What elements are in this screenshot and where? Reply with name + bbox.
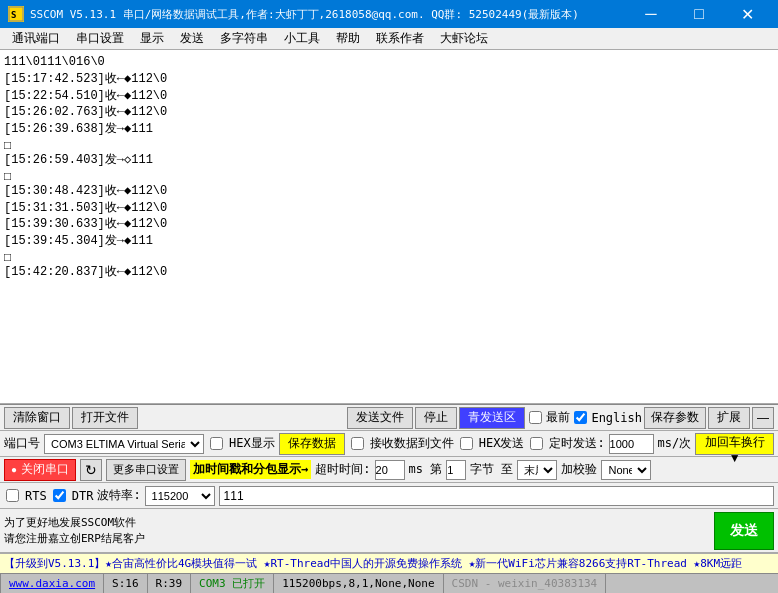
status-r-count: R:39 [148,574,192,593]
menu-display[interactable]: 显示 [132,28,172,49]
output-line: [15:17:42.523]收←◆112\0 [4,71,774,88]
output-line: [15:26:02.763]收←◆112\0 [4,104,774,121]
toolbar-row1: 清除窗口 打开文件 发送文件 停止 青发送区 最前 English 保存参数 扩… [0,405,778,431]
status-csdn: CSDN - weixin_40383134 [444,574,607,593]
menu-tools[interactable]: 小工具 [276,28,328,49]
output-line: [15:30:48.423]收←◆112\0 [4,183,774,200]
main-area: 111\0111\016\0 [15:17:42.523]收←◆112\0 [1… [0,50,778,404]
maximize-button[interactable]: □ [676,0,722,28]
output-line-empty: □ [4,138,774,152]
end-select[interactable]: 末尾 [517,460,557,480]
close-port-button[interactable]: ● 关闭串口 [4,459,76,481]
max-first-checkbox[interactable] [529,411,542,424]
unit-label: ms/次 [658,435,692,452]
ms-label: ms 第 [409,461,443,478]
news-text: 【升级到V5.13.1】★合宙高性价比4G模块值得一试 ★RT-Thread中国… [4,556,742,571]
baud-info: 115200bps,8,1,None,None [282,577,434,590]
menu-send[interactable]: 发送 [172,28,212,49]
stop-button[interactable]: 停止 [415,407,457,429]
menu-help[interactable]: 帮助 [328,28,368,49]
open-file-button[interactable]: 打开文件 [72,407,138,429]
minimize-button[interactable]: ─ [628,0,674,28]
send-button[interactable]: 发送 [714,512,774,550]
port-info: COM3 已打开 [199,576,265,591]
menu-contact[interactable]: 联系作者 [368,28,432,49]
output-line: [15:26:39.638]发→◆111 [4,121,774,138]
hex-send-checkbox[interactable] [460,437,473,450]
minus-button[interactable]: — [752,407,774,429]
dtr-label: DTR [72,489,94,503]
verify-label: 加校验 [561,461,597,478]
close-button[interactable]: ✕ [724,0,770,28]
dtr-checkbox[interactable] [53,489,66,502]
save-data-button[interactable]: 保存数据 [279,433,345,455]
send-row: RTS DTR 波特率: 115200 111 [0,483,778,509]
save-param-button[interactable]: 保存参数 [644,407,706,429]
send-count: S:16 [112,577,139,590]
news-bar: 【升级到V5.13.1】★合宙高性价比4G模块值得一试 ★RT-Thread中国… [0,553,778,573]
recv-to-file-checkbox[interactable] [351,437,364,450]
verify-select[interactable]: None [601,460,651,480]
status-website[interactable]: www.daxia.com [0,574,104,593]
app-title: SSCOM V5.13.1 串口/网络数据调试工具,作者:大虾丁丁,261805… [30,7,579,22]
output-line: 111\0111\016\0 [4,54,774,71]
hex-display-label: HEX显示 [229,435,275,452]
status-s-count: S:16 [104,574,148,593]
csdn-text: CSDN - weixin_40383134 [452,577,598,590]
hex-display-checkbox[interactable] [210,437,223,450]
menu-comm-port[interactable]: 通讯端口 [4,28,68,49]
timed-send-checkbox[interactable] [530,437,543,450]
timed-send-label: 定时发送: [549,435,604,452]
max-first-label: 最前 [546,409,570,426]
promo-row: 为了更好地发展SSCOM软件 请您注册嘉立创ERP结尾客户 发送 [0,509,778,553]
title-bar-controls: ─ □ ✕ [628,0,770,28]
output-line: [15:22:54.510]收←◆112\0 [4,88,774,105]
port-select[interactable]: COM3 ELTIMA Virtual Serial [44,434,204,454]
rts-checkbox[interactable] [6,489,19,502]
english-checkbox[interactable] [574,411,587,424]
expand-button[interactable]: 扩展 [708,407,750,429]
promo-text: 为了更好地发展SSCOM软件 请您注册嘉立创ERP结尾客户 [4,515,710,546]
svg-text:S: S [11,10,16,20]
refresh-button[interactable]: ↻ [80,459,102,481]
timeout-input[interactable]: 20 [375,460,405,480]
output-line-empty: □ [4,250,774,264]
status-bar: www.daxia.com S:16 R:39 COM3 已打开 115200b… [0,573,778,593]
timeout-label: 超时时间: [315,461,370,478]
output-line: [15:39:45.304]发→◆111 [4,233,774,250]
more-settings-button[interactable]: 更多串口设置 [106,459,186,481]
send-input[interactable]: 111 [219,486,774,506]
output-line: [15:26:59.403]发→◇111 [4,152,774,169]
hex-send-label: HEX发送 [479,435,525,452]
output-line-empty: □ [4,169,774,183]
rts-label: RTS [25,489,47,503]
status-baud-info: 115200bps,8,1,None,None [274,574,443,593]
app-icon: S [8,6,24,22]
bottom-section: 清除窗口 打开文件 发送文件 停止 青发送区 最前 English 保存参数 扩… [0,404,778,573]
menu-serial-settings[interactable]: 串口设置 [68,28,132,49]
send-file-button[interactable]: 发送文件 [347,407,413,429]
byte-number-input[interactable]: 1 [446,460,466,480]
add-return-button[interactable]: 加回车换行▼ [695,433,774,455]
status-port-info: COM3 已打开 [191,574,274,593]
port-label: 端口号 [4,435,40,452]
title-bar: S SSCOM V5.13.1 串口/网络数据调试工具,作者:大虾丁丁,2618… [0,0,778,28]
baud-label: 波特率: [97,487,140,504]
baud-select[interactable]: 115200 [145,486,215,506]
output-line: [15:42:20.837]收←◆112\0 [4,264,774,281]
byte-unit-label: 字节 至 [470,461,513,478]
options-row: ● 关闭串口 ↻ 更多串口设置 加时间戳和分包显示→ 超时时间: 20 ms 第… [0,457,778,483]
send-area-button[interactable]: 青发送区 [459,407,525,429]
output-line: [15:39:30.633]收←◆112\0 [4,216,774,233]
menu-forum[interactable]: 大虾论坛 [432,28,496,49]
output-area[interactable]: 111\0111\016\0 [15:17:42.523]收←◆112\0 [1… [0,50,778,404]
output-line: [15:31:31.503]收←◆112\0 [4,200,774,217]
interval-input[interactable]: 1000 [609,434,654,454]
port-row: 端口号 COM3 ELTIMA Virtual Serial HEX显示 保存数… [0,431,778,457]
website-link[interactable]: www.daxia.com [9,577,95,590]
menu-multistring[interactable]: 多字符串 [212,28,276,49]
close-port-label: 关闭串口 [21,461,69,478]
clear-window-button[interactable]: 清除窗口 [4,407,70,429]
timestamp-label: 加时间戳和分包显示→ [190,460,311,479]
english-label: English [591,411,642,425]
